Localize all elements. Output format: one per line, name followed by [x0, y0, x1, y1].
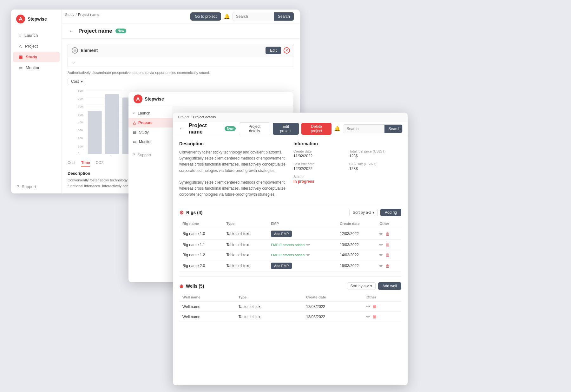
- total-fuel-value: 123$: [349, 154, 401, 158]
- col-rig-emp: EMP: [268, 219, 337, 228]
- element-toggle[interactable]: ⌄: [68, 57, 294, 67]
- win2-nav-launch[interactable]: ○ Launch: [128, 108, 173, 118]
- win3-breadcrumb-parent: Project: [178, 115, 189, 119]
- win3-search-button[interactable]: Search: [384, 125, 403, 133]
- add-well-button[interactable]: Add well: [378, 282, 401, 290]
- win2-nav-monitor[interactable]: ▭ Monitor: [128, 137, 173, 147]
- delete-well-icon-2[interactable]: 🗑: [372, 314, 377, 319]
- wells-sort-chevron-icon: ▾: [370, 284, 372, 288]
- rig-emp-3: EMP Elements added ✏: [268, 250, 337, 260]
- table-row: Rig name 1.0 Table cell text Add EMP 12/…: [179, 228, 401, 240]
- svg-text:700: 700: [78, 97, 83, 100]
- rig-other-2: ✏ 🗑: [376, 240, 401, 250]
- edit-button[interactable]: Edit: [266, 47, 281, 54]
- win2-logo-icon: [134, 95, 142, 103]
- rig-type-2: Table cell text: [223, 240, 267, 250]
- wells-section: ⊕ Wells (5) Sort by a-z ▾ Add well Well …: [179, 282, 401, 322]
- win3-search-input[interactable]: [343, 125, 384, 133]
- win3-title: Project name: [188, 122, 221, 135]
- close-element-button[interactable]: ✕: [284, 47, 290, 54]
- edit-rig-icon-4[interactable]: ✏: [379, 264, 383, 268]
- action-icons-4: ✏ 🗑: [379, 264, 398, 268]
- edit-rig-icon-3[interactable]: ✏: [379, 252, 383, 257]
- search-button[interactable]: Search: [274, 12, 294, 21]
- delete-rig-icon-4[interactable]: 🗑: [385, 264, 390, 268]
- rig-other-4: ✏ 🗑: [376, 260, 401, 272]
- rigs-actions: Sort by a-z ▾ Add rig: [349, 209, 401, 216]
- rig-other-1: ✏ 🗑: [376, 228, 401, 240]
- win2-nav-study[interactable]: ▦ Study: [128, 127, 173, 137]
- table-row: Rig name 2.0 Table cell text Add EMP 16/…: [179, 260, 401, 272]
- information-heading: Information: [293, 141, 401, 146]
- edit-well-icon-2[interactable]: ✏: [366, 314, 370, 319]
- add-rig-button[interactable]: Add rig: [380, 209, 401, 216]
- cost-dropdown[interactable]: Cost ▾: [68, 78, 86, 85]
- rig-name-2: Rig name 1.1: [179, 240, 223, 250]
- info-grid: Create date 11/02/2022 Total fuel price …: [293, 149, 401, 184]
- win2-nav: ○ Launch △ Prepare ▦ Study ▭ Monitor: [128, 106, 173, 149]
- delete-rig-icon-2[interactable]: 🗑: [385, 242, 390, 247]
- last-edit-value: 12/02/2022: [293, 167, 345, 171]
- win1-title: Project name: [78, 28, 112, 34]
- svg-text:200: 200: [78, 137, 83, 140]
- win2-support-icon: ?: [133, 153, 135, 157]
- rigs-sort-dropdown[interactable]: Sort by a-z ▾: [349, 209, 378, 216]
- svg-text:400: 400: [78, 121, 83, 124]
- col-rig-name: Rig name: [179, 219, 223, 228]
- win1-header: ← Project name New: [62, 23, 300, 39]
- delete-well-icon-1[interactable]: 🗑: [372, 304, 377, 309]
- breadcrumb-sep: /: [75, 13, 76, 16]
- edit-well-icon-1[interactable]: ✏: [366, 304, 370, 309]
- nav-list: ○ Launch △ Project ▦ Study ▭ Monitor: [11, 30, 62, 180]
- well-other-1: ✏ 🗑: [363, 302, 401, 312]
- tab-cost[interactable]: Cost: [68, 160, 75, 167]
- wells-icon: ⊕: [179, 283, 183, 289]
- delete-project-button[interactable]: Delete project: [301, 123, 332, 135]
- wells-sort-dropdown[interactable]: Sort by a-z ▾: [347, 282, 376, 290]
- description-heading: Description: [179, 141, 287, 146]
- win3-bell-icon[interactable]: 🔔: [334, 126, 340, 132]
- edit-rig-icon-1[interactable]: ✏: [379, 232, 383, 236]
- win2-topbar: Stepwise: [128, 92, 293, 106]
- well-date-2: 13/03/2022: [303, 312, 363, 322]
- sidebar-item-monitor[interactable]: ▭ Monitor: [13, 62, 60, 73]
- edit-emp-icon-3[interactable]: ✏: [306, 252, 310, 257]
- sidebar-item-study[interactable]: ▦ Study: [13, 52, 60, 62]
- wells-actions: Sort by a-z ▾ Add well: [347, 282, 401, 290]
- sidebar-item-launch[interactable]: ○ Launch: [13, 30, 60, 41]
- col-well-name: Well name: [179, 293, 235, 302]
- tab-time[interactable]: Time: [81, 160, 90, 167]
- create-date-item: Create date 11/02/2022: [293, 149, 345, 158]
- rig-date-3: 14/03/2022: [337, 250, 376, 260]
- rig-name-4: Rig name 2.0: [179, 260, 223, 272]
- co2-tax-item: CO2 Tax (USD/T) 123$: [349, 162, 401, 171]
- wells-header: ⊕ Wells (5) Sort by a-z ▾ Add well: [179, 282, 401, 290]
- well-type-1: Table cell text: [235, 302, 303, 312]
- bell-icon[interactable]: 🔔: [224, 13, 230, 19]
- tab-co2[interactable]: CO2: [95, 160, 103, 167]
- delete-rig-icon-1[interactable]: 🗑: [385, 232, 390, 236]
- col-well-type: Type: [235, 293, 303, 302]
- edit-emp-icon-2[interactable]: ✏: [306, 242, 310, 247]
- rig-name-1: Rig name 1.0: [179, 228, 223, 240]
- win2-support-link[interactable]: ? Support: [128, 149, 173, 161]
- goto-project-button[interactable]: Go to project: [190, 12, 221, 21]
- sidebar-item-project[interactable]: △ Project: [13, 41, 60, 51]
- edit-project-button[interactable]: Edit project: [273, 123, 299, 135]
- edit-rig-icon-2[interactable]: ✏: [379, 242, 383, 247]
- win3-back-button[interactable]: ←: [178, 125, 185, 133]
- action-icons-3: ✏ 🗑: [379, 252, 398, 257]
- support-link[interactable]: ? Support: [11, 180, 62, 193]
- delete-rig-icon-3[interactable]: 🗑: [385, 252, 390, 257]
- last-edit-label: Last edit date: [293, 162, 345, 166]
- project-details-button[interactable]: Project details: [239, 122, 270, 135]
- add-emp-button-4[interactable]: Add EMP: [271, 263, 292, 269]
- create-date-label: Create date: [293, 149, 345, 153]
- search-input[interactable]: [233, 13, 274, 20]
- back-button[interactable]: ←: [68, 27, 75, 35]
- add-emp-button-1[interactable]: Add EMP: [271, 231, 292, 237]
- well-action-icons-1: ✏ 🗑: [366, 304, 398, 309]
- rig-type-3: Table cell text: [223, 250, 267, 260]
- win2-logo-text: Stepwise: [145, 96, 164, 101]
- win2-nav-prepare[interactable]: △ Prepare: [128, 118, 173, 127]
